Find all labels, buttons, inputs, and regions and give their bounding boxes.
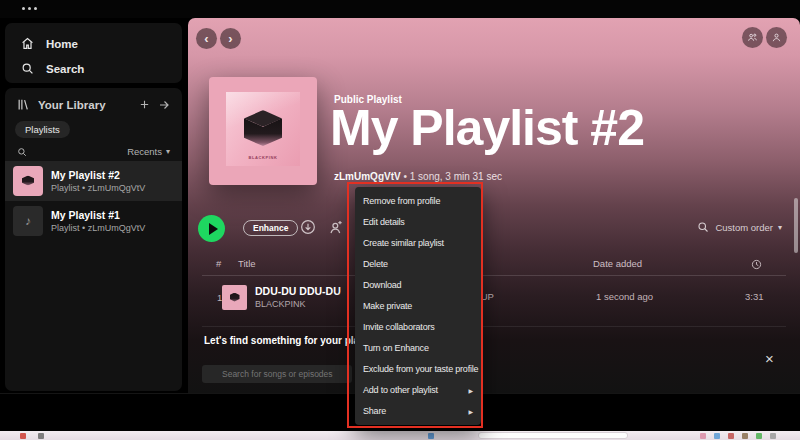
tracklist-search-icon[interactable]: [697, 221, 709, 233]
library-title[interactable]: Your Library: [38, 99, 106, 111]
menu-item-label: Edit details: [363, 217, 405, 227]
close-icon[interactable]: ×: [765, 350, 774, 367]
download-icon[interactable]: [300, 219, 316, 235]
cover-art-label: BLACKPINK: [226, 155, 299, 160]
column-number: #: [216, 258, 221, 269]
owner-name[interactable]: zLmUmQgVtV: [334, 171, 401, 182]
profile-button[interactable]: [766, 27, 787, 48]
custom-order-label: Custom order: [715, 222, 773, 233]
sort-bar: Custom order ▾: [697, 221, 782, 233]
sidebar-playlist-my-playlist-1[interactable]: ♪ My Playlist #1 Playlist • zLmUmQgVtV: [5, 201, 182, 241]
section-divider: [202, 326, 786, 327]
playlist-title: My Playlist #1: [51, 209, 145, 221]
menu-item-download[interactable]: Download: [355, 274, 481, 295]
taskbar-icon[interactable]: [728, 433, 734, 439]
menu-item-label: Share: [363, 406, 386, 416]
chevron-right-icon: ▶: [469, 387, 473, 394]
header-divider: [202, 275, 786, 276]
plus-icon[interactable]: [139, 99, 150, 110]
menu-item-add-to-other-playlist[interactable]: Add to other playlist ▶: [355, 380, 481, 401]
recents-sort-button[interactable]: Recents ▾: [127, 146, 170, 157]
find-search-input[interactable]: [202, 365, 352, 383]
sidebar-item-search[interactable]: Search: [5, 56, 182, 81]
home-icon: [21, 37, 34, 50]
menu-item-turn-on-enhance[interactable]: Turn on Enhance: [355, 338, 481, 359]
table-row[interactable]: 1 DDU-DU DDU-DU BLACKPINK SQUARE UP 1 se…: [188, 278, 800, 318]
taskbar-icon[interactable]: [770, 433, 776, 439]
search-icon: [21, 62, 34, 75]
custom-order-dropdown[interactable]: Custom order ▾: [715, 222, 782, 233]
taskbar-icon[interactable]: [714, 433, 720, 439]
sidebar-library-card: Your Library Playlists Recents ▾: [5, 88, 182, 391]
taskbar-search-field[interactable]: [478, 432, 628, 439]
menu-item-delete[interactable]: Delete: [355, 253, 481, 274]
sidebar: Home Search Your Library: [0, 18, 186, 393]
track-duration: 3:31: [745, 291, 764, 302]
page-title[interactable]: My Playlist #2: [330, 102, 644, 154]
enhance-button[interactable]: Enhance: [243, 220, 298, 236]
arrow-right-icon[interactable]: [158, 99, 170, 111]
recents-sort-label: Recents: [127, 146, 162, 157]
track-artist[interactable]: BLACKPINK: [255, 299, 306, 309]
back-button[interactable]: ‹: [196, 28, 217, 49]
taskbar-icon[interactable]: [428, 433, 434, 439]
menu-item-share[interactable]: Share ▶: [355, 401, 481, 422]
menu-item-label: Make private: [363, 301, 412, 311]
playlist-title: My Playlist #2: [51, 169, 145, 181]
windows-taskbar[interactable]: [0, 431, 800, 440]
play-button[interactable]: [198, 215, 225, 242]
playlist-art-thumb: [13, 166, 43, 196]
menu-item-label: Remove from profile: [363, 196, 440, 206]
friends-icon: [747, 32, 758, 43]
forward-button[interactable]: ›: [220, 28, 241, 49]
menu-item-label: Exclude from your taste profile: [363, 364, 478, 374]
scrollbar-thumb[interactable]: [794, 198, 798, 253]
sidebar-playlist-my-playlist-2[interactable]: My Playlist #2 Playlist • zLmUmQgVtV: [5, 161, 182, 201]
window-titlebar: [0, 0, 800, 18]
menu-item-label: Create similar playlist: [363, 238, 444, 248]
chevron-left-icon: ‹: [204, 31, 208, 46]
chevron-right-icon: ▶: [469, 408, 473, 415]
menu-item-label: Turn on Enhance: [363, 343, 429, 353]
menu-item-label: Add to other playlist: [363, 385, 438, 395]
menu-item-create-similar-playlist[interactable]: Create similar playlist: [355, 232, 481, 253]
track-date-added: 1 second ago: [596, 291, 653, 302]
playlists-filter-chip[interactable]: Playlists: [15, 121, 70, 138]
menu-item-label: Delete: [363, 259, 388, 269]
taskbar-icon[interactable]: [700, 433, 706, 439]
tracklist-header: # Title Date added: [188, 258, 800, 274]
library-icon[interactable]: [17, 98, 30, 111]
menu-item-invite-collaborators[interactable]: Invite collaborators: [355, 317, 481, 338]
menu-item-exclude-from-taste-profile[interactable]: Exclude from your taste profile: [355, 359, 481, 380]
sidebar-item-label: Search: [46, 63, 84, 75]
taskbar-icon[interactable]: [20, 433, 26, 439]
column-date-added[interactable]: Date added: [593, 258, 642, 269]
chevron-down-icon: ▾: [778, 223, 782, 232]
track-art-thumb: [222, 285, 247, 310]
music-note-glyph: ♪: [25, 214, 31, 228]
menu-item-edit-details[interactable]: Edit details: [355, 211, 481, 232]
column-title[interactable]: Title: [238, 258, 256, 269]
menu-item-label: Invite collaborators: [363, 322, 435, 332]
taskbar-icon[interactable]: [756, 433, 762, 439]
menu-item-remove-from-profile[interactable]: Remove from profile: [355, 190, 481, 211]
playlist-context-menu: Remove from profile Edit details Create …: [355, 187, 481, 425]
playlist-meta: zLmUmQgVtV • 1 song, 3 min 31 sec: [334, 171, 502, 182]
user-icon: [771, 32, 782, 43]
ellipsis-menu-icon[interactable]: [22, 7, 37, 10]
taskbar-icon[interactable]: [742, 433, 748, 439]
add-collaborator-icon[interactable]: [328, 219, 344, 235]
playlist-cover-art: BLACKPINK: [209, 77, 317, 185]
sidebar-item-home[interactable]: Home: [5, 31, 182, 56]
friend-activity-button[interactable]: [742, 27, 763, 48]
sidebar-nav-card: Home Search: [5, 23, 182, 83]
main-view: ‹ › BLACKPINK Public Playlist My Playlis…: [188, 18, 800, 393]
menu-item-make-private[interactable]: Make private: [355, 295, 481, 316]
playlist-subtitle: Playlist • zLmUmQgVtV: [51, 223, 145, 233]
meta-details: • 1 song, 3 min 31 sec: [401, 171, 502, 182]
track-title[interactable]: DDU-DU DDU-DU: [255, 285, 341, 297]
library-search-icon[interactable]: [17, 147, 27, 157]
clock-icon[interactable]: [751, 259, 762, 270]
find-section-heading: Let's find something for your playlist: [204, 335, 379, 346]
taskbar-icon[interactable]: [38, 433, 44, 439]
